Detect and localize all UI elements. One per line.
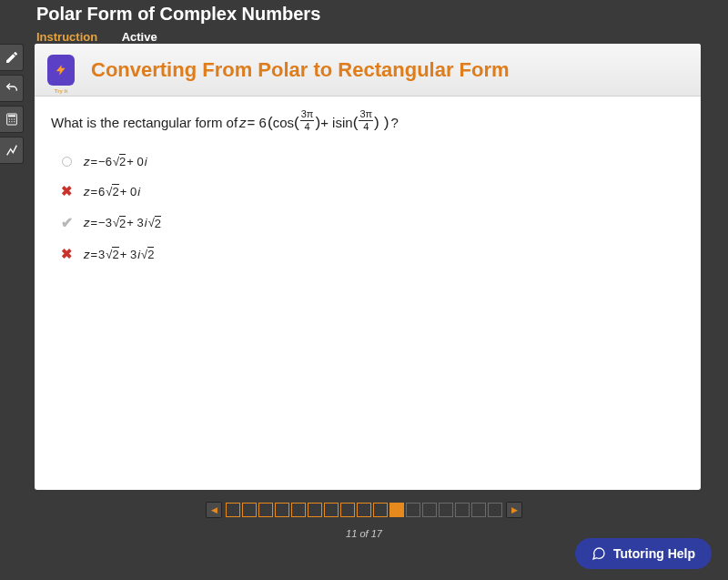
outer-paren: ( cos ( 3π 4 ) + i sin ( 3π 4 ) ): [268, 111, 389, 134]
tutoring-help-button[interactable]: Tutoring Help: [575, 538, 712, 569]
sin-label: sin: [335, 115, 352, 130]
frac-den-2: 4: [363, 121, 369, 132]
tryit-label: Try It: [47, 88, 75, 94]
radio-icon: [58, 157, 75, 167]
var-z: z: [239, 115, 247, 130]
equals-six: = 6: [248, 115, 267, 130]
question-text: What is the rectangular form of z = 6 ( …: [51, 111, 684, 134]
calculator-icon: [5, 112, 19, 127]
pager-step-5[interactable]: [291, 503, 306, 517]
pager-step-13: [422, 503, 437, 517]
content-area: What is the rectangular form of z = 6 ( …: [35, 97, 701, 291]
pager-step-16: [471, 503, 486, 517]
pager-prev-button[interactable]: ◀: [206, 502, 222, 518]
incorrect-icon: ✖: [58, 246, 75, 262]
stats-tool[interactable]: [0, 137, 24, 164]
pager-row: ◀ ▶: [201, 499, 527, 521]
option-expression: z = 3√2 + 3i√2: [84, 247, 154, 261]
plus-i: + i: [320, 115, 335, 130]
incorrect-icon: ✖: [58, 183, 75, 199]
option-expression: z = 6√2 + 0i: [84, 184, 140, 198]
sidebar: [0, 44, 24, 168]
correct-icon: ✔: [58, 214, 75, 231]
pager-step-1[interactable]: [226, 503, 240, 517]
svg-rect-1: [8, 115, 15, 117]
pager-step-2[interactable]: [242, 503, 257, 517]
banner-title: Converting From Polar to Rectangular For…: [91, 58, 510, 82]
undo-icon: [5, 81, 19, 96]
svg-point-6: [11, 121, 12, 122]
pager-step-6[interactable]: [308, 503, 322, 517]
bolt-icon: [55, 62, 67, 78]
svg-point-2: [8, 118, 9, 119]
undo-tool[interactable]: [0, 75, 24, 102]
frac-num: 3π: [300, 109, 315, 121]
tab-instruction[interactable]: Instruction: [36, 30, 97, 44]
pager-step-17: [488, 503, 502, 517]
question-expression: z = 6 ( cos ( 3π 4 ) + i sin ( 3π: [239, 111, 389, 134]
question-prefix: What is the rectangular form of: [51, 115, 238, 130]
pencil-icon: [5, 50, 19, 65]
answer-options: z = −6√2 + 0i✖z = 6√2 + 0i✔z = −3√2 + 3i…: [51, 154, 684, 262]
answer-option-0[interactable]: z = −6√2 + 0i: [58, 154, 684, 168]
pager-step-9[interactable]: [357, 503, 371, 517]
tryit-badge: Try It: [47, 55, 75, 86]
pager-step-14: [439, 503, 453, 517]
page-title: Polar Form of Complex Numbers: [36, 4, 692, 25]
fraction-sin: 3π 4: [359, 109, 373, 132]
chat-icon: [592, 546, 606, 561]
answer-option-2[interactable]: ✔z = −3√2 + 3i√2: [58, 214, 684, 231]
option-expression: z = −3√2 + 3i√2: [84, 216, 161, 230]
svg-point-3: [11, 118, 12, 119]
tab-active[interactable]: Active: [122, 30, 157, 44]
pager-squares: [226, 503, 502, 517]
pager-step-8[interactable]: [340, 503, 355, 517]
pager-step-10[interactable]: [373, 503, 388, 517]
pager-step-12: [406, 503, 420, 517]
option-expression: z = −6√2 + 0i: [84, 154, 147, 168]
fraction-cos: 3π 4: [300, 109, 315, 132]
frac-num-2: 3π: [359, 109, 373, 121]
tutoring-label: Tutoring Help: [613, 546, 695, 561]
stats-icon: [5, 143, 19, 158]
card-banner: Try It Converting From Polar to Rectangu…: [35, 44, 701, 97]
pager: ◀ ▶ 11 of 17: [0, 499, 728, 539]
pencil-tool[interactable]: [0, 44, 24, 71]
answer-option-3[interactable]: ✖z = 3√2 + 3i√2: [58, 246, 684, 262]
pager-step-7[interactable]: [324, 503, 339, 517]
pager-step-4[interactable]: [275, 503, 289, 517]
pager-step-11[interactable]: [389, 503, 404, 517]
tabs: Instruction Active: [36, 28, 692, 45]
cos-label: cos: [273, 115, 294, 130]
calculator-tool[interactable]: [0, 106, 24, 133]
svg-point-7: [14, 121, 15, 122]
pager-step-3[interactable]: [258, 503, 273, 517]
answer-option-1[interactable]: ✖z = 6√2 + 0i: [58, 183, 684, 199]
pager-next-button[interactable]: ▶: [506, 502, 522, 518]
question-suffix: ?: [390, 115, 398, 130]
frac-den: 4: [305, 121, 310, 132]
svg-point-5: [8, 121, 9, 122]
content-card: Try It Converting From Polar to Rectangu…: [35, 44, 701, 490]
pager-step-15: [455, 503, 470, 517]
header: Polar Form of Complex Numbers Instructio…: [0, 0, 728, 50]
svg-point-4: [14, 118, 15, 119]
